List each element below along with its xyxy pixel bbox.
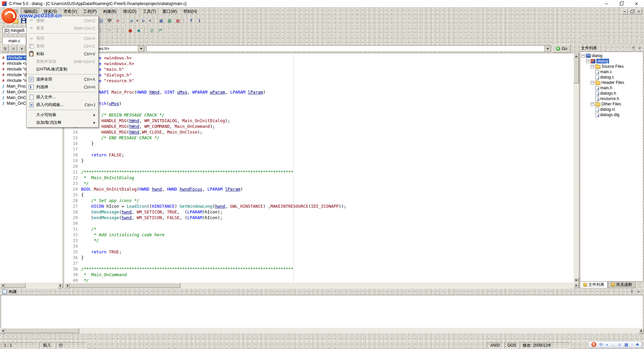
panel-tab[interactable]: 类及函数 [608, 282, 636, 288]
scroll-down-button[interactable] [574, 278, 579, 283]
tree-node[interactable]: rdialog.rc [580, 107, 643, 112]
code-editor[interactable]: 1#include <windows.h>2#include <windowsx… [64, 53, 574, 283]
comment-selection-button[interactable]: // [148, 27, 156, 35]
go-button[interactable]: Go [553, 45, 571, 53]
ime-keyboard-icon[interactable]: ▦ [625, 343, 628, 347]
paste-menu-item[interactable]: 粘贴Ctrl+V [27, 50, 98, 58]
stop-build-button[interactable]: × [114, 17, 122, 25]
tree-node[interactable]: cmain.c [580, 69, 643, 74]
navigate-forward-menu-button[interactable]: ▾ [148, 17, 152, 25]
search-combo[interactable] [146, 45, 551, 52]
path-combo-dropdown-button[interactable] [138, 46, 144, 52]
menubar-item[interactable]: 窗口(W) [159, 8, 180, 15]
menubar-item[interactable]: 调试(D) [120, 8, 140, 15]
tree-node[interactable]: dialog [580, 58, 643, 64]
tree-expander-icon[interactable] [581, 54, 585, 58]
tree-node[interactable]: Other Files [580, 101, 643, 107]
outline-horizontal-scrollbar[interactable] [0, 283, 63, 288]
tree-node[interactable]: dialog [580, 53, 643, 58]
about-button[interactable]: i [195, 17, 204, 25]
column-select-menu-item[interactable]: 列选择Ctrl+H [27, 83, 98, 91]
menu-item-icon-cell [29, 77, 34, 82]
insert-code-template-menu-item[interactable]: 插入代码模板...Ctrl+J [27, 101, 98, 109]
tree-expander-icon[interactable] [591, 65, 594, 68]
tree-node[interactable]: hmain.h [580, 85, 643, 91]
scrollbar-thumb[interactable] [574, 59, 579, 83]
menubar-item[interactable]: 帮助(H) [180, 8, 200, 15]
navigate-back-menu-button[interactable]: ▾ [135, 17, 140, 25]
tree-node[interactable]: ddialogs.dlg [580, 112, 643, 117]
editor-horizontal-scrollbar[interactable] [64, 283, 579, 288]
tree-node[interactable]: hresource.h [580, 96, 643, 101]
scrollbar-thumb[interactable] [5, 283, 25, 288]
build-horizontal-scrollbar[interactable] [0, 328, 644, 334]
close-button[interactable] [629, 0, 644, 7]
close-panel-button[interactable] [636, 289, 641, 294]
code-text: /* [81, 226, 96, 232]
outline-options-button[interactable]: ▾ [18, 45, 25, 52]
minimize-button[interactable] [599, 0, 614, 7]
tree-node[interactable]: Header Files [580, 80, 643, 85]
submenu-arrow-icon [94, 121, 95, 124]
scrollbar-thumb[interactable] [70, 283, 180, 288]
scroll-left-button[interactable] [0, 283, 5, 288]
file-list-toggle-button[interactable]: ▣ [157, 17, 165, 25]
menubar-item[interactable]: 查看(V) [60, 8, 80, 15]
copy-as-html-menu-item[interactable]: 以HTML格式复制 [27, 65, 98, 73]
menubar-item[interactable]: 构建(B) [100, 8, 119, 15]
close-panel-button[interactable] [637, 46, 642, 50]
scroll-right-button[interactable] [574, 283, 579, 288]
navigate-back-button[interactable]: ◀ [127, 17, 135, 25]
editor-vertical-scrollbar[interactable] [574, 53, 579, 283]
build-button[interactable] [105, 17, 114, 25]
scroll-right-button[interactable] [639, 328, 644, 334]
help-button[interactable]: ? [187, 17, 195, 25]
sort-alphabetical-button[interactable]: ⇅ [1, 45, 9, 52]
search-combo-dropdown-button[interactable] [544, 46, 550, 52]
scrollbar-thumb[interactable] [5, 328, 79, 333]
go-button-label: Go [562, 46, 567, 51]
output-panel-toggle-button[interactable]: ▦ [165, 17, 174, 25]
ime-update-icon[interactable]: ↑ [631, 343, 633, 347]
panel-tab[interactable]: 文件列表 [580, 282, 608, 288]
tree-node[interactable]: Source Files [580, 64, 643, 69]
sort-by-type-button[interactable]: ≡ [10, 45, 17, 52]
close-all-panels-button[interactable]: ▩ [174, 17, 182, 25]
scroll-right-button[interactable] [58, 283, 63, 288]
restore-button[interactable] [614, 0, 629, 7]
toggle-breakpoint-button[interactable]: ● [126, 27, 135, 35]
menubar-item[interactable]: 工程(P) [80, 8, 100, 15]
tree-node[interactable]: hdialogs.h [580, 91, 643, 96]
ime-halfwidth-icon[interactable]: ◗ [606, 343, 608, 347]
ime-punctuation-icon[interactable]: ， [611, 343, 615, 347]
pin-panel-button[interactable] [629, 289, 634, 294]
mdi-close-button[interactable] [636, 9, 642, 14]
select-all-menu-item[interactable]: 选择全部Ctrl+A [27, 76, 98, 83]
sogou-logo-icon[interactable]: S [591, 342, 596, 347]
scroll-left-button[interactable] [0, 328, 5, 334]
tree-expander-icon[interactable] [586, 59, 590, 63]
cut-menu-item: ✂剪切Ctrl+X [27, 35, 98, 42]
tab-main-c[interactable]: main.c [2, 37, 26, 45]
tree-expander-icon[interactable] [591, 102, 594, 106]
navigate-forward-button[interactable]: ▶ [140, 17, 148, 25]
ime-toolbox-icon[interactable]: ✚ [636, 343, 639, 347]
mdi-minimize-button[interactable] [622, 9, 628, 14]
pin-panel-button[interactable] [631, 46, 636, 50]
menubar-item[interactable]: 工具(T) [140, 8, 159, 15]
uncomment-selection-button[interactable]: /* [156, 27, 164, 35]
case-convert-menu-item[interactable]: 大小写转换 [27, 111, 98, 119]
tree-expander-icon[interactable] [591, 81, 594, 85]
tree-node[interactable]: cdialog.c [580, 74, 643, 80]
scroll-up-button[interactable] [574, 53, 579, 59]
mdi-restore-button[interactable] [629, 9, 635, 14]
file-list-panel-header: 文件列表 [579, 44, 644, 52]
toggle-bookmark-button[interactable]: ◆ [135, 27, 143, 35]
menu-item-icon-cell [29, 44, 34, 49]
toggle-comment-menu-item[interactable]: 添加/取消注释 [27, 119, 98, 127]
ime-emoji-icon[interactable]: ☺ [618, 343, 622, 347]
insert-file-menu-item[interactable]: 插入文件... [27, 93, 98, 101]
ime-language-icon[interactable]: 中 [599, 343, 603, 347]
arrow-left-icon [1, 330, 4, 332]
scroll-left-button[interactable] [64, 283, 70, 288]
